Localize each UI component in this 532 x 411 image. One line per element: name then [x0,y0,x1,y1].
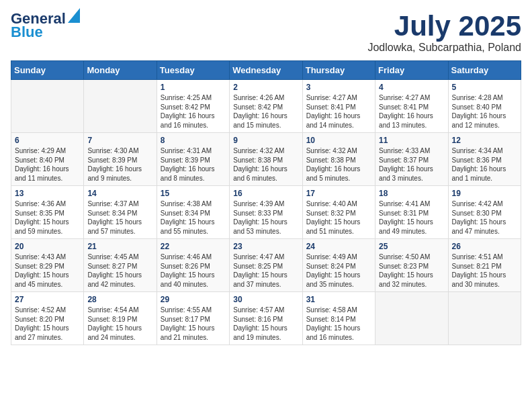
day-number: 16 [233,189,298,198]
calendar-week-2: 6Sunrise: 4:29 AM Sunset: 8:40 PM Daylig… [11,133,521,186]
calendar-cell: 1Sunrise: 4:25 AM Sunset: 8:42 PM Daylig… [157,80,229,133]
calendar-week-4: 20Sunrise: 4:43 AM Sunset: 8:29 PM Dayli… [11,239,521,292]
day-number: 24 [306,242,371,251]
svg-marker-0 [68,8,80,23]
day-info: Sunrise: 4:40 AM Sunset: 8:32 PM Dayligh… [306,199,371,236]
calendar-cell: 10Sunrise: 4:32 AM Sunset: 8:38 PM Dayli… [302,133,375,186]
calendar-cell [375,292,448,345]
calendar-cell: 14Sunrise: 4:37 AM Sunset: 8:34 PM Dayli… [84,186,157,239]
day-info: Sunrise: 4:47 AM Sunset: 8:25 PM Dayligh… [233,253,298,289]
day-info: Sunrise: 4:50 AM Sunset: 8:23 PM Dayligh… [379,253,444,289]
day-info: Sunrise: 4:52 AM Sunset: 8:20 PM Dayligh… [15,306,80,342]
calendar-cell: 21Sunrise: 4:45 AM Sunset: 8:27 PM Dayli… [84,239,157,292]
day-info: Sunrise: 4:25 AM Sunset: 8:42 PM Dayligh… [161,93,226,130]
day-number: 18 [379,189,444,198]
calendar-week-3: 13Sunrise: 4:36 AM Sunset: 8:35 PM Dayli… [11,186,521,239]
day-number: 10 [306,136,371,145]
day-info: Sunrise: 4:30 AM Sunset: 8:39 PM Dayligh… [87,146,152,183]
day-info: Sunrise: 4:36 AM Sunset: 8:35 PM Dayligh… [15,199,80,236]
calendar-cell: 25Sunrise: 4:50 AM Sunset: 8:23 PM Dayli… [375,239,448,292]
day-number: 21 [87,242,152,251]
day-number: 22 [161,242,226,251]
calendar-table: SundayMondayTuesdayWednesdayThursdayFrid… [11,60,521,345]
calendar-cell: 3Sunrise: 4:27 AM Sunset: 8:41 PM Daylig… [302,80,375,133]
calendar-cell: 12Sunrise: 4:34 AM Sunset: 8:36 PM Dayli… [448,133,521,186]
day-info: Sunrise: 4:46 AM Sunset: 8:26 PM Dayligh… [161,253,226,289]
calendar-cell: 16Sunrise: 4:39 AM Sunset: 8:33 PM Dayli… [230,186,302,239]
calendar-cell: 8Sunrise: 4:31 AM Sunset: 8:39 PM Daylig… [157,133,229,186]
day-number: 15 [161,189,226,198]
calendar-cell [11,80,84,133]
day-info: Sunrise: 4:26 AM Sunset: 8:42 PM Dayligh… [233,93,298,130]
day-info: Sunrise: 4:37 AM Sunset: 8:34 PM Dayligh… [87,199,152,236]
calendar-cell: 19Sunrise: 4:42 AM Sunset: 8:30 PM Dayli… [448,186,521,239]
day-info: Sunrise: 4:55 AM Sunset: 8:17 PM Dayligh… [161,306,226,342]
day-number: 19 [452,189,517,198]
day-info: Sunrise: 4:29 AM Sunset: 8:40 PM Dayligh… [15,146,80,183]
sub-title: Jodlowka, Subcarpathia, Poland [367,42,521,54]
day-number: 23 [233,242,298,251]
day-info: Sunrise: 4:34 AM Sunset: 8:36 PM Dayligh… [452,146,517,183]
calendar-cell: 7Sunrise: 4:30 AM Sunset: 8:39 PM Daylig… [84,133,157,186]
day-info: Sunrise: 4:45 AM Sunset: 8:27 PM Dayligh… [87,253,152,289]
day-info: Sunrise: 4:28 AM Sunset: 8:40 PM Dayligh… [452,93,517,130]
day-number: 29 [161,295,226,304]
calendar-cell: 31Sunrise: 4:58 AM Sunset: 8:14 PM Dayli… [302,292,375,345]
calendar-cell: 22Sunrise: 4:46 AM Sunset: 8:26 PM Dayli… [157,239,229,292]
day-number: 14 [87,189,152,198]
logo: General Blue [11,11,80,40]
calendar-cell: 6Sunrise: 4:29 AM Sunset: 8:40 PM Daylig… [11,133,84,186]
calendar-cell: 5Sunrise: 4:28 AM Sunset: 8:40 PM Daylig… [448,80,521,133]
calendar-cell: 18Sunrise: 4:41 AM Sunset: 8:31 PM Dayli… [375,186,448,239]
calendar-cell: 29Sunrise: 4:55 AM Sunset: 8:17 PM Dayli… [157,292,229,345]
calendar-week-1: 1Sunrise: 4:25 AM Sunset: 8:42 PM Daylig… [11,80,521,133]
day-info: Sunrise: 4:58 AM Sunset: 8:14 PM Dayligh… [306,306,371,342]
calendar-cell: 9Sunrise: 4:32 AM Sunset: 8:38 PM Daylig… [230,133,302,186]
day-number: 13 [15,189,80,198]
day-number: 12 [452,136,517,145]
day-info: Sunrise: 4:54 AM Sunset: 8:19 PM Dayligh… [87,306,152,342]
calendar-header-monday: Monday [84,61,157,80]
header: General Blue July 2025 Jodlowka, Subcarp… [11,11,521,54]
calendar-header-thursday: Thursday [302,61,375,80]
calendar-cell: 28Sunrise: 4:54 AM Sunset: 8:19 PM Dayli… [84,292,157,345]
calendar-header-saturday: Saturday [448,61,521,80]
day-number: 5 [452,83,517,92]
day-info: Sunrise: 4:32 AM Sunset: 8:38 PM Dayligh… [306,146,371,183]
calendar-header-sunday: Sunday [11,61,84,80]
day-number: 20 [15,242,80,251]
day-info: Sunrise: 4:38 AM Sunset: 8:34 PM Dayligh… [161,199,226,236]
calendar-cell [448,292,521,345]
day-number: 8 [161,136,226,145]
day-number: 28 [87,295,152,304]
day-info: Sunrise: 4:43 AM Sunset: 8:29 PM Dayligh… [15,253,80,289]
calendar-cell: 4Sunrise: 4:27 AM Sunset: 8:41 PM Daylig… [375,80,448,133]
day-number: 30 [233,295,298,304]
calendar-cell: 24Sunrise: 4:49 AM Sunset: 8:24 PM Dayli… [302,239,375,292]
calendar-header-row: SundayMondayTuesdayWednesdayThursdayFrid… [11,61,521,80]
calendar-header-tuesday: Tuesday [157,61,229,80]
calendar-cell: 30Sunrise: 4:57 AM Sunset: 8:16 PM Dayli… [230,292,302,345]
calendar-cell: 13Sunrise: 4:36 AM Sunset: 8:35 PM Dayli… [11,186,84,239]
day-info: Sunrise: 4:51 AM Sunset: 8:21 PM Dayligh… [452,253,517,289]
day-info: Sunrise: 4:27 AM Sunset: 8:41 PM Dayligh… [306,93,371,130]
calendar-cell: 17Sunrise: 4:40 AM Sunset: 8:32 PM Dayli… [302,186,375,239]
day-number: 31 [306,295,371,304]
day-number: 25 [379,242,444,251]
calendar-cell [84,80,157,133]
day-number: 11 [379,136,444,145]
day-number: 27 [15,295,80,304]
day-number: 26 [452,242,517,251]
day-number: 6 [15,136,80,145]
calendar-cell: 2Sunrise: 4:26 AM Sunset: 8:42 PM Daylig… [230,80,302,133]
day-number: 2 [233,83,298,92]
day-number: 4 [379,83,444,92]
title-area: July 2025 Jodlowka, Subcarpathia, Poland [367,11,521,54]
calendar-header-friday: Friday [375,61,448,80]
calendar-week-5: 27Sunrise: 4:52 AM Sunset: 8:20 PM Dayli… [11,292,521,345]
calendar-cell: 11Sunrise: 4:33 AM Sunset: 8:37 PM Dayli… [375,133,448,186]
calendar-cell: 23Sunrise: 4:47 AM Sunset: 8:25 PM Dayli… [230,239,302,292]
calendar-header-wednesday: Wednesday [230,61,302,80]
logo-text-blue: Blue [11,24,43,40]
day-number: 9 [233,136,298,145]
